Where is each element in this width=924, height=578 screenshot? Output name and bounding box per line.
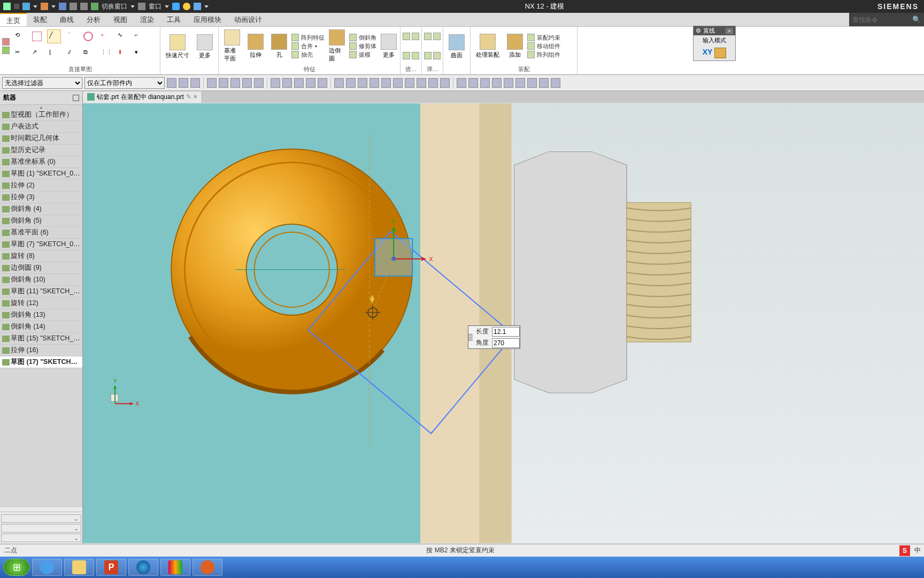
cut-icon[interactable] [70,3,77,10]
nav-item[interactable]: 草图 (11) "SKETCH_003" [0,286,82,298]
tab-home[interactable]: 主页 [0,13,27,26]
spring-icon-b[interactable] [433,33,441,40]
nav-item[interactable]: 倒斜角 (13) [0,309,82,321]
ime-indicator-icon[interactable]: S [899,545,910,556]
sel-icon-2[interactable] [179,78,188,88]
sync-icon-a[interactable] [403,33,410,40]
spring-icon-d[interactable] [433,52,441,59]
add-button[interactable]: 添加 [504,33,526,60]
input-mode-panel[interactable]: ⚙ 直线 × 输入模式 XY [693,26,736,61]
lock-icon[interactable] [714,48,726,58]
tab-view[interactable]: 视图 [107,13,134,26]
taskbar-ie[interactable] [32,559,62,576]
nav-item[interactable]: 倒斜角 (5) [0,215,82,227]
spring-icon-c[interactable] [424,52,432,59]
drag-handle-icon[interactable] [468,333,473,341]
window-menu-label[interactable]: 窗口 [149,2,161,11]
dimension-input-box[interactable]: 长度 角度 [468,325,520,349]
nav-item[interactable]: 倒斜角 (14) [0,321,82,333]
project-icon[interactable]: ⬇ [116,47,129,60]
start-button[interactable]: ⊞ [3,559,30,576]
trim-body-button[interactable]: 修剪体 [349,42,376,50]
nav-item[interactable]: 拉伸 (16) [0,345,82,356]
tab-curve[interactable]: 曲线 [53,13,80,26]
navigator-tree[interactable]: 型视图（工作部件）户表达式时间戳记几何体型历史记录基准坐标系 (0)草图 (1)… [0,109,82,507]
quick-dim-button[interactable]: 快速尺寸 [163,33,192,60]
tab-animation[interactable]: 动画设计 [228,13,268,26]
gear-icon[interactable]: ⚙ [696,27,701,34]
pattern-comp-button[interactable]: 阵列组件 [527,51,560,59]
circle-icon[interactable] [81,29,95,43]
nav-item[interactable]: 型历史记录 [0,144,82,156]
snap-icon-13[interactable] [417,78,426,88]
selection-scope-dropdown[interactable]: 仅在工作部件内 [84,77,165,89]
snap-icon-14[interactable] [428,78,438,88]
canvas[interactable]: X Y [83,103,924,544]
taskbar-app-2[interactable] [160,559,190,576]
sel-icon-6[interactable] [230,78,240,88]
nav-item[interactable]: 时间戳记几何体 [0,133,82,144]
copy-icon[interactable] [80,3,88,10]
app-icon-1[interactable] [172,3,180,10]
assy-constraint-button[interactable]: 装配约束 [527,34,560,42]
view-icon-9[interactable] [551,78,560,88]
pattern-feature-button[interactable]: 阵列特征 [291,34,325,42]
snap-icon-1[interactable] [271,78,280,88]
sel-icon-7[interactable] [242,78,252,88]
nav-item[interactable]: 草图 (7) "SKETCH_002" [0,239,82,250]
nav-item[interactable]: 草图 (15) "SKETCH_004" [0,333,82,345]
snap-icon-6[interactable] [334,78,344,88]
undo-icon[interactable] [41,3,48,10]
spring-icon-a[interactable] [424,33,432,40]
view-icon-6[interactable] [515,78,525,88]
angle-input[interactable] [492,338,520,348]
view-icon-5[interactable] [504,78,513,88]
sketch-icon[interactable] [2,38,10,45]
graphics-viewport[interactable]: 钻套.prt 在装配中 dianquan.prt ✎ × [83,91,924,544]
close-icon[interactable]: × [726,28,733,34]
app-icon-2[interactable] [183,3,190,10]
view-icon-7[interactable] [527,78,537,88]
snap-icon-11[interactable] [393,78,403,88]
tab-render[interactable]: 渲染 [134,13,160,26]
more-button-2[interactable]: 更多 [378,33,400,60]
nav-scroll-track[interactable] [0,507,82,512]
window-icon[interactable] [138,3,145,10]
trim-icon[interactable]: ✂ [13,47,27,60]
chamfer-button[interactable]: 倒斜角 [349,34,376,42]
taskbar-powerpoint[interactable]: P [96,559,126,576]
length-input[interactable] [492,327,520,337]
nav-item[interactable]: 草图 (1) "SKETCH_000" [0,168,82,180]
dropdown-icon[interactable] [130,5,135,8]
dropdown-icon[interactable] [51,5,56,8]
snap-icon-4[interactable] [306,78,315,88]
mirror-icon[interactable]: ⧉ [81,47,95,60]
dropdown-icon[interactable] [33,5,37,8]
arc-icon[interactable]: ⌒ [64,29,78,43]
nav-dropdown-3[interactable]: ⌄ [1,534,81,542]
tab-tools[interactable]: 工具 [160,13,187,26]
profile-icon[interactable]: ⟲ [13,29,27,43]
app-icon-3[interactable] [194,3,201,10]
hole-button[interactable]: 孔 [268,33,290,60]
extend-icon[interactable]: ↗ [30,47,44,60]
finish-sketch-icon[interactable] [2,47,10,54]
snap-icon-5[interactable] [318,78,327,88]
close-tab-icon[interactable]: × [194,93,197,101]
tab-application[interactable]: 应用模块 [187,13,228,26]
nav-item[interactable]: 户表达式 [0,121,82,133]
nav-item[interactable]: 基准坐标系 (0) [0,156,82,168]
line-icon[interactable]: ╱ [47,29,61,43]
corner-icon[interactable]: ⌊ [47,47,61,60]
nav-dropdown-1[interactable]: ⌄ [1,514,81,523]
switch-window-icon[interactable] [91,3,98,10]
nav-item[interactable]: 拉伸 (3) [0,192,82,203]
navigator-pin-icon[interactable] [73,95,79,101]
collapse-handle[interactable]: ▴ [0,105,82,109]
sel-icon-3[interactable] [190,78,200,88]
command-search[interactable]: 🔍 [849,13,924,26]
nav-item[interactable]: 型视图（工作部件） [0,109,82,121]
point-icon[interactable]: + [98,29,112,43]
snap-icon-12[interactable] [405,78,414,88]
view-icon-2[interactable] [468,78,478,88]
